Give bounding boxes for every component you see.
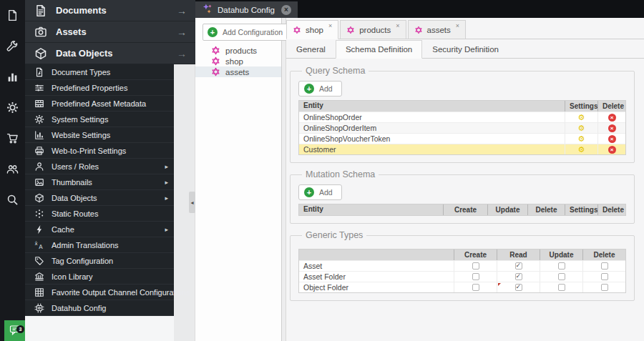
sidebar-item-system-settings[interactable]: System Settings: [25, 112, 174, 127]
read-checkbox[interactable]: [515, 273, 522, 280]
sidebar-item-favorite-output-channel-configurations[interactable]: Favorite Output Channel Configurations: [25, 285, 174, 300]
sidebar-item-datahub-config[interactable]: Datahub Config: [25, 300, 174, 316]
column-header-update[interactable]: Update: [487, 204, 527, 215]
config-tabs: shop × products × assets ×: [286, 18, 644, 39]
settings-gear-icon[interactable]: ⚙: [578, 135, 585, 143]
sidebar-item-predefined-properties[interactable]: Predefined Properties: [25, 80, 174, 96]
column-header-read[interactable]: Read: [497, 249, 540, 260]
update-checkbox[interactable]: [558, 262, 565, 270]
generic-types-table: Create Read Update Delete Asset Asset Fo…: [298, 249, 626, 293]
printer-icon: [34, 145, 44, 156]
delete-icon[interactable]: ×: [608, 124, 616, 132]
read-checkbox[interactable]: [515, 284, 522, 291]
tools-icon[interactable]: [0, 31, 25, 61]
tab-assets[interactable]: assets ×: [408, 20, 467, 39]
tag-icon: [34, 255, 44, 266]
column-header-entity[interactable]: Entity: [299, 204, 443, 215]
tree-item-shop[interactable]: shop: [195, 56, 281, 66]
sidebar-item-website-settings[interactable]: Website Settings: [25, 127, 174, 143]
svg-text:A: A: [39, 244, 43, 250]
chip-icon: [34, 302, 44, 313]
image-icon: [34, 177, 44, 187]
subtab-general[interactable]: General: [286, 40, 336, 59]
table-row-selected[interactable]: Customer ⚙ ×: [299, 144, 625, 154]
sidebar-item-data-objects[interactable]: Data Objects ▸: [25, 190, 174, 206]
menu-section-documents[interactable]: Documents →: [25, 0, 195, 21]
delete-icon[interactable]: ×: [608, 114, 616, 122]
delete-checkbox[interactable]: [601, 284, 608, 291]
camera-icon: [34, 26, 47, 39]
menu-section-data-objects[interactable]: Data Objects →: [25, 43, 195, 64]
column-header-update[interactable]: Update: [540, 249, 582, 260]
table-row[interactable]: OnlineShopVoucherToken ⚙ ×: [299, 133, 625, 144]
read-checkbox[interactable]: [515, 262, 522, 270]
tab-shop[interactable]: shop ×: [286, 20, 338, 39]
notifications-button[interactable]: 3: [4, 320, 25, 341]
table-row[interactable]: OnlineShopOrder ⚙ ×: [299, 112, 625, 122]
plus-icon: +: [304, 187, 314, 197]
column-header-settings[interactable]: Settings: [565, 204, 597, 215]
query-schema-add-button[interactable]: + Add: [298, 81, 342, 97]
menu-section-assets[interactable]: Assets →: [25, 21, 195, 43]
column-header-create[interactable]: Create: [454, 249, 497, 260]
settings-icon[interactable]: [0, 92, 25, 123]
search-icon[interactable]: [0, 184, 25, 215]
table-row[interactable]: OnlineShopOrderItem ⚙ ×: [299, 122, 625, 133]
delete-checkbox[interactable]: [601, 273, 608, 280]
column-header-delete[interactable]: Delete: [582, 249, 625, 260]
column-header-create[interactable]: Create: [443, 204, 487, 215]
documents-icon[interactable]: [0, 0, 25, 31]
delete-icon[interactable]: ×: [608, 135, 616, 143]
settings-gear-icon[interactable]: ⚙: [578, 124, 585, 132]
query-schema-fieldset: Query Schema + Add Entity Settings Delet…: [290, 66, 635, 163]
table-row[interactable]: Asset: [299, 260, 625, 271]
column-header-settings[interactable]: Settings: [565, 101, 597, 112]
add-configuration-button[interactable]: + Add Configuration: [203, 24, 288, 41]
delete-icon[interactable]: ×: [608, 146, 616, 154]
tree-item-assets[interactable]: assets: [195, 66, 281, 77]
sidebar-item-document-types[interactable]: Document Types: [25, 64, 174, 80]
sidebar-item-tag-configuration[interactable]: Tag Configuration: [25, 253, 174, 269]
sidebar-item-users-roles[interactable]: Users / Roles ▸: [25, 159, 174, 174]
tree-item-products[interactable]: products: [195, 45, 281, 56]
menu-section-label: Data Objects: [56, 48, 112, 59]
ecommerce-cart-icon[interactable]: [0, 123, 25, 154]
delete-checkbox[interactable]: [601, 262, 608, 270]
sidebar-item-cache[interactable]: Cache ▸: [25, 222, 174, 237]
column-header-delete[interactable]: Delete: [597, 101, 625, 112]
close-icon[interactable]: ×: [456, 22, 459, 29]
collapse-panel-handle[interactable]: ◂: [189, 192, 195, 213]
sidebar-item-static-routes[interactable]: Static Routes: [25, 206, 174, 222]
workspace-tab-datahub-config[interactable]: Datahub Config ×: [195, 1, 298, 18]
sidebar-item-admin-translations[interactable]: x̄A Admin Translations: [25, 237, 174, 253]
sidebar-item-icon-library[interactable]: Icon Library: [25, 269, 174, 285]
hexstar-icon: [293, 26, 301, 34]
create-checkbox[interactable]: [472, 262, 479, 270]
table-row[interactable]: Object Folder: [299, 282, 625, 292]
sidebar-item-thumbnails[interactable]: Thumbnails ▸: [25, 174, 174, 190]
hexstar-icon: [211, 67, 220, 76]
table-row[interactable]: Asset Folder: [299, 271, 625, 282]
update-checkbox[interactable]: [558, 273, 565, 280]
close-icon[interactable]: ×: [281, 5, 291, 15]
sidebar-item-predefined-asset-metadata[interactable]: Predefined Asset Metadata: [25, 96, 174, 112]
reports-icon[interactable]: [0, 61, 25, 92]
subtab-security-definition[interactable]: Security Definition: [422, 40, 509, 59]
column-header-entity[interactable]: Entity: [299, 101, 565, 112]
subtab-schema-definition[interactable]: Schema Definition: [336, 40, 422, 59]
users-icon[interactable]: [0, 154, 25, 184]
mutation-schema-add-button[interactable]: + Add: [298, 184, 342, 200]
column-header-blank: [299, 249, 454, 260]
tab-products[interactable]: products ×: [340, 20, 406, 39]
settings-gear-icon[interactable]: ⚙: [578, 146, 585, 154]
create-checkbox[interactable]: [472, 284, 479, 291]
column-header-delete2[interactable]: Delete: [597, 204, 625, 215]
update-checkbox[interactable]: [558, 284, 565, 291]
column-header-delete[interactable]: Delete: [527, 204, 565, 215]
sidebar-item-web-to-print-settings[interactable]: Web-to-Print Settings: [25, 143, 174, 159]
table-header: Entity Settings Delete: [299, 101, 625, 112]
close-icon[interactable]: ×: [328, 22, 332, 29]
close-icon[interactable]: ×: [396, 22, 399, 29]
create-checkbox[interactable]: [472, 273, 479, 280]
settings-gear-icon[interactable]: ⚙: [578, 114, 585, 122]
